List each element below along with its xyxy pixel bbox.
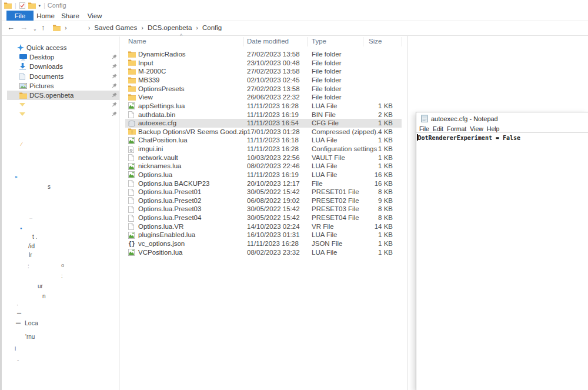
explorer-titlebar[interactable]: | ▾ | Config (2, 0, 407, 11)
table-row[interactable]: {}vc_options.json11/11/2023 16:28JSON Fi… (125, 239, 402, 248)
lua-file-icon (128, 163, 135, 170)
pin-icon[interactable] (112, 63, 117, 70)
redacted-text-fragment: 'rnu (25, 334, 35, 340)
notepad-text: DotRendererExperiment = False (418, 135, 521, 141)
table-row[interactable]: Options.lua BACKUP2320/10/2023 12:17File… (125, 179, 402, 188)
sidebar-item-documents[interactable]: Documents (0, 72, 119, 81)
redacted-text-fragment: o (61, 262, 64, 268)
file-size: 4 KB (340, 128, 393, 136)
back-button[interactable]: ← (7, 23, 15, 32)
pin-icon[interactable] (112, 101, 117, 108)
header-divider[interactable] (243, 37, 243, 46)
pin-icon[interactable] (112, 92, 117, 99)
redacted-text-fragment: : (28, 263, 29, 269)
sidebar-item-redacted[interactable] (0, 109, 119, 119)
file-size: 9 KB (340, 196, 393, 205)
window-title: Config (48, 2, 66, 9)
file-name: nicknames.lua (138, 162, 182, 171)
column-header-date[interactable]: Date modified (247, 38, 289, 45)
qat-folder-icon[interactable] (28, 2, 36, 9)
tab-view[interactable]: View (83, 11, 106, 21)
table-row[interactable]: network.vault10/03/2023 22:56VAULT File1… (125, 154, 402, 162)
redacted-text-fragment: s (48, 184, 51, 190)
sidebar-item-redacted[interactable] (0, 100, 119, 109)
sidebar-item-pictures[interactable]: Pictures (0, 81, 119, 91)
tab-home[interactable]: Home (34, 11, 58, 21)
file-name: appSettings.lua (138, 102, 185, 111)
file-name: vc_options.json (138, 239, 185, 248)
table-row[interactable]: Options.lua.VR14/10/2023 02:24VR File14 … (125, 222, 402, 231)
table-row[interactable]: autoexec.cfg11/11/2023 16:54CFG File1 KB (125, 119, 402, 128)
header-divider[interactable] (402, 37, 402, 46)
pin-icon[interactable] (112, 54, 117, 61)
file-type: JSON File (312, 239, 342, 248)
qat-dropdown-icon[interactable]: ▾ (39, 4, 41, 8)
breadcrumb-segment[interactable]: Saved Games (94, 24, 137, 31)
file-type: File (312, 179, 323, 188)
file-name: network.vault (138, 154, 178, 162)
table-row[interactable]: M-2000C27/02/2023 13:58File folder (125, 67, 402, 76)
qat-separator: | (15, 2, 16, 9)
up-button[interactable]: ↑ (41, 23, 45, 32)
table-row[interactable]: Options.lua.Preset0130/05/2022 15:42PRES… (125, 188, 402, 196)
notepad-menu-file[interactable]: File (419, 125, 429, 132)
sidebar-item-downloads[interactable]: Downloads (0, 62, 119, 71)
table-row[interactable]: nicknames.lua08/02/2023 22:46LUA File1 K… (125, 162, 402, 171)
table-row[interactable]: MB33902/10/2023 02:45File folder (125, 76, 402, 85)
sidebar-item-label: Pictures (29, 82, 54, 89)
file-size: 1 KB (340, 154, 393, 162)
breadcrumb-segment[interactable]: Config (202, 24, 222, 31)
notepad-menu-edit[interactable]: Edit (433, 125, 443, 132)
table-row[interactable]: DynamicRadios27/02/2023 13:58File folder (125, 50, 402, 59)
pictures-icon (19, 83, 27, 89)
table-row[interactable]: Options.lua.Preset0430/05/2022 15:42PRES… (125, 214, 402, 222)
notepad-menu-help[interactable]: Help (487, 125, 500, 132)
notepad-menu-view[interactable]: View (470, 125, 483, 132)
file-name: DynamicRadios (138, 50, 186, 59)
header-divider[interactable] (363, 37, 363, 46)
forward-button[interactable]: → (20, 23, 28, 32)
header-divider[interactable] (308, 37, 308, 46)
file-date-modified: 27/02/2023 13:58 (247, 67, 300, 76)
column-header-size[interactable]: Size (369, 38, 382, 45)
tab-share[interactable]: Share (58, 11, 83, 21)
pin-icon[interactable] (112, 82, 117, 89)
pin-icon[interactable] (112, 73, 117, 80)
folder-remnant-icon (19, 103, 25, 106)
file-size: 1 KB (340, 119, 393, 128)
table-row[interactable]: Input23/10/2023 00:48File folder (125, 59, 402, 68)
table-row[interactable]: pluginsEnabled.lua16/10/2023 01:31LUA Fi… (125, 231, 402, 239)
table-row[interactable]: imgui.ini11/11/2023 16:28Configuration s… (125, 145, 402, 154)
table-row[interactable]: OptionsPresets27/02/2023 13:58File folde… (125, 85, 402, 94)
sidebar-item-dcs-openbeta[interactable]: DCS.openbeta (7, 91, 119, 100)
notepad-menu-format[interactable]: Format (447, 125, 466, 132)
table-row[interactable]: appSettings.lua11/11/2023 16:28LUA File1… (125, 102, 402, 111)
table-row[interactable]: Backup OptionsVR Seems Good.zip17/01/202… (125, 128, 402, 136)
table-row[interactable]: authdata.bin11/11/2023 16:19BIN File2 KB (125, 111, 402, 119)
table-row[interactable]: View26/06/2023 22:32File folder (125, 93, 402, 102)
file-date-modified: 23/10/2023 00:48 (247, 59, 300, 68)
file-size: 2 KB (340, 111, 393, 119)
table-row[interactable]: Options.lua11/11/2023 16:19LUA File16 KB (125, 171, 402, 179)
file-type: LUA File (312, 248, 337, 257)
table-row[interactable]: Options.lua.Preset0206/08/2022 19:02PRES… (125, 196, 402, 205)
sidebar-item-quick-access[interactable]: Quick access (0, 43, 119, 52)
column-header-name[interactable]: Name (128, 38, 146, 45)
explorer-app-folder-icon[interactable] (4, 2, 12, 9)
redacted-text-fragment: ▬ (17, 311, 21, 315)
pin-icon[interactable] (112, 111, 117, 118)
column-header-type[interactable]: Type (312, 38, 326, 45)
sidebar-item-desktop[interactable]: Desktop (0, 52, 119, 62)
notepad-titlebar[interactable]: autoexec.cfg - Notepad (416, 112, 588, 125)
history-dropdown-icon[interactable]: ⌄ (33, 26, 37, 32)
notepad-text-area[interactable]: DotRendererExperiment = False (416, 134, 588, 390)
qat-checklist-icon[interactable] (19, 2, 25, 9)
redacted-text-fragment: ∕ (21, 141, 22, 147)
file-date-modified: 10/03/2023 22:56 (247, 154, 300, 162)
breadcrumb-segment[interactable]: DCS.openbeta (148, 24, 192, 31)
table-row[interactable]: VCPosition.lua08/02/2023 23:32LUA File1 … (125, 248, 402, 257)
lua-file-icon (128, 171, 135, 178)
table-row[interactable]: ChatPosition.lua11/11/2023 16:18LUA File… (125, 136, 402, 145)
table-row[interactable]: Options.lua.Preset0330/05/2022 15:42PRES… (125, 205, 402, 214)
tab-file[interactable]: File (6, 11, 34, 21)
